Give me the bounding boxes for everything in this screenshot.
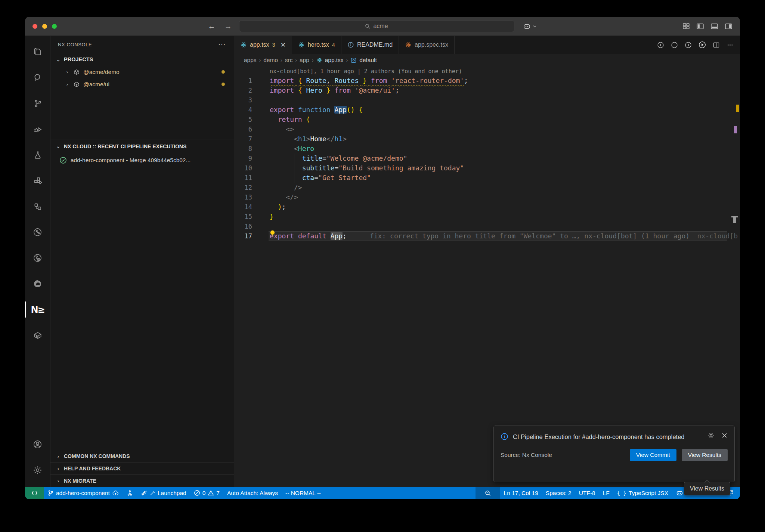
source-control-icon[interactable] — [25, 90, 50, 116]
code-line-8[interactable]: 8<Hero — [234, 144, 740, 154]
problems-indicator[interactable]: 0 7 — [190, 487, 223, 499]
breadcrumb-item[interactable]: app — [300, 57, 309, 64]
auto-attach-indicator[interactable]: Auto Attach: Always — [223, 487, 282, 499]
tab-app-tsx[interactable]: app.tsx 3 ✕ — [234, 36, 292, 54]
back-arrow-icon[interactable]: ← — [208, 22, 216, 31]
testing-icon[interactable] — [25, 142, 50, 168]
nx-pipeline-status[interactable] — [123, 487, 137, 499]
code-line-17[interactable]: 17export default App;fix: correct typo i… — [234, 231, 740, 241]
vim-mode-indicator[interactable]: -- NORMAL -- — [282, 487, 325, 499]
branch-indicator[interactable]: add-hero-component — [44, 487, 123, 499]
gear-icon[interactable] — [707, 432, 715, 439]
code-line-6[interactable]: 6<> — [234, 124, 740, 134]
breadcrumb-item[interactable]: default — [359, 57, 377, 64]
git-blame-header: nx-cloud[bot], 1 hour ago | 2 authors (Y… — [234, 66, 740, 76]
code-line-10[interactable]: 10subtitle="Build something amazing toda… — [234, 163, 740, 173]
project-item-acme-demo[interactable]: › @acme/demo — [50, 66, 234, 78]
toggle-sidebar-icon[interactable] — [696, 22, 704, 30]
pipeline-icon[interactable] — [25, 219, 50, 245]
breadcrumb-item[interactable]: app.tsx — [325, 57, 344, 64]
section-help-and-feedback[interactable]: › HELP AND FEEDBACK — [50, 462, 234, 474]
code-line-3[interactable]: 3 — [234, 95, 740, 105]
tab-app-spec-tsx[interactable]: app.spec.tsx — [399, 36, 455, 54]
vscode-window: ← → acme — [25, 17, 740, 499]
command-center-search[interactable]: acme — [239, 20, 514, 32]
code-line-15[interactable]: 15} — [234, 212, 740, 222]
section-common-nx-commands[interactable]: › COMMON NX COMMANDS — [50, 450, 234, 462]
layout-grid-icon[interactable] — [682, 22, 690, 30]
code-editor[interactable]: nx-cloud[bot], 1 hour ago | 2 authors (Y… — [234, 66, 740, 487]
maximize-window-icon[interactable] — [52, 24, 57, 29]
code-line-12[interactable]: 12/> — [234, 183, 740, 192]
toggle-secondary-sidebar-icon[interactable] — [725, 22, 733, 30]
breadcrumb-item[interactable]: src — [285, 57, 293, 64]
close-icon[interactable] — [721, 432, 728, 439]
close-window-icon[interactable] — [32, 24, 37, 29]
remote-indicator[interactable] — [25, 487, 44, 499]
containers-icon[interactable] — [25, 322, 50, 348]
search-view-icon[interactable] — [25, 65, 50, 90]
gitlens-icon[interactable] — [25, 245, 50, 271]
code-line-7[interactable]: 7<h1>Home</h1> — [234, 134, 740, 144]
gutter-gap — [252, 134, 270, 144]
project-item-acme-ui[interactable]: › @acme/ui — [50, 78, 234, 90]
eol-indicator[interactable]: LF — [599, 487, 613, 499]
minimize-window-icon[interactable] — [42, 24, 47, 29]
code-line-2[interactable]: 2import { Hero } from '@acme/ui'; — [234, 86, 740, 95]
nav-forward-circle-icon[interactable] — [684, 41, 692, 49]
indent-guide — [270, 115, 278, 124]
extensions-icon[interactable] — [25, 168, 50, 194]
cursor-position[interactable]: Ln 17, Col 19 — [500, 487, 542, 499]
rocket-icon — [140, 490, 147, 497]
launchpad-button[interactable]: Launchpad — [137, 487, 190, 499]
indent-guide — [278, 183, 286, 192]
code-line-11[interactable]: 11cta="Get Started" — [234, 173, 740, 183]
code-line-content: </> — [270, 192, 298, 202]
more-actions-icon[interactable] — [726, 41, 734, 49]
projects-section-header[interactable]: ⌄ PROJECTS — [50, 53, 234, 66]
view-commit-button[interactable]: View Commit — [630, 449, 676, 461]
status-circle-icon[interactable] — [670, 41, 678, 49]
view-results-button[interactable]: View Results — [682, 449, 728, 461]
line-number: 7 — [234, 134, 252, 144]
nx-console-icon[interactable]: N≥ — [25, 297, 50, 322]
more-actions-icon[interactable]: ⋯ — [218, 40, 226, 49]
code-line-9[interactable]: 9title="Welcome @acme/demo" — [234, 154, 740, 163]
code-line-5[interactable]: 5return ( — [234, 115, 740, 124]
account-icon[interactable] — [25, 432, 50, 457]
indentation-indicator[interactable]: Spaces: 2 — [542, 487, 575, 499]
language-mode[interactable]: { } TypeScript JSX — [613, 487, 672, 499]
split-editor-icon[interactable] — [712, 41, 720, 49]
related-projects-icon[interactable] — [25, 194, 50, 219]
copilot-menu[interactable] — [523, 22, 537, 31]
pipeline-execution-item[interactable]: add-hero-component - Merge 409b44e5cb02.… — [50, 153, 234, 167]
tab-readme-md[interactable]: README.md — [341, 36, 399, 54]
forward-arrow-icon[interactable]: → — [224, 22, 232, 31]
breadcrumb-item[interactable]: apps — [244, 57, 257, 64]
check-circle-icon — [59, 157, 67, 164]
code-line-1[interactable]: 1import { Route, Routes } from 'react-ro… — [234, 76, 740, 86]
gutter-gap — [252, 192, 270, 202]
edge-browser-icon[interactable] — [25, 271, 50, 297]
gutter-gap — [252, 154, 270, 163]
nav-back-circle-icon[interactable] — [657, 41, 665, 49]
code-line-14[interactable]: 14); — [234, 202, 740, 212]
toggle-panel-icon[interactable] — [710, 22, 718, 30]
run-target-icon[interactable] — [698, 41, 706, 49]
tab-hero-tsx[interactable]: hero.tsx 4 — [292, 36, 341, 54]
gutter-gap — [252, 173, 270, 183]
sidebar-bottom-sections: › COMMON NX COMMANDS › HELP AND FEEDBACK… — [50, 450, 234, 487]
settings-gear-icon[interactable] — [25, 457, 50, 483]
run-debug-icon[interactable] — [25, 116, 50, 142]
close-tab-icon[interactable]: ✕ — [281, 41, 286, 49]
nx-cloud-section-header[interactable]: ⌄ NX CLOUD :: RECENT CI PIPELINE EXECUTI… — [50, 139, 234, 153]
section-nx-migrate[interactable]: › NX MIGRATE — [50, 474, 234, 487]
breadcrumb-item[interactable]: demo — [263, 57, 278, 64]
encoding-indicator[interactable]: UTF-8 — [575, 487, 599, 499]
explorer-icon[interactable] — [25, 39, 50, 65]
code-line-13[interactable]: 13</> — [234, 192, 740, 202]
indent-guide — [270, 144, 278, 154]
code-line-16[interactable]: 16 — [234, 222, 740, 231]
zoom-out-indicator[interactable] — [476, 487, 500, 499]
code-line-4[interactable]: 4export function App() { — [234, 105, 740, 115]
